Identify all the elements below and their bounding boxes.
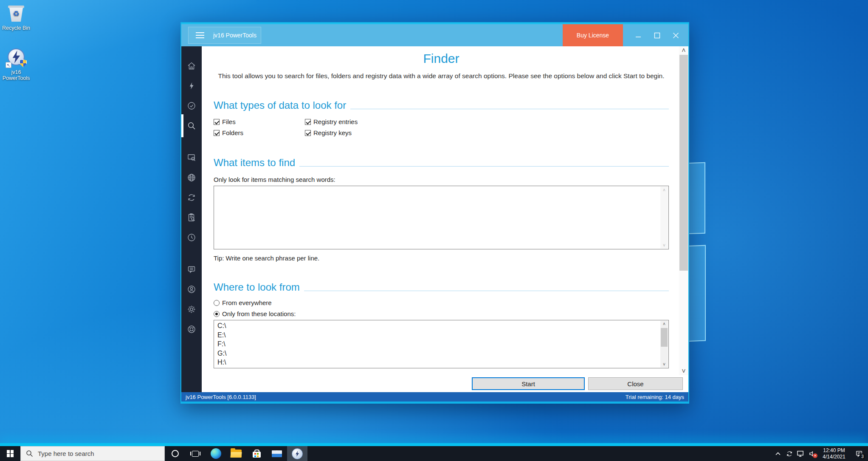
desktop-icon-label: Recycle Bin [0,25,32,31]
checkbox-registry-entries[interactable]: Registry entries [305,118,358,125]
list-item[interactable]: C:\ [217,321,660,331]
page-scrollbar[interactable]: ˄ ˅ [679,46,688,375]
list-item[interactable]: F:\ [217,339,660,349]
sidebar-item-history[interactable] [181,229,202,246]
taskbar-edge-button[interactable] [206,446,226,461]
jv16-app-icon: ↗ [6,48,26,68]
close-button-footer[interactable]: Close [588,377,683,390]
checkbox-folders[interactable]: Folders [214,129,305,136]
list-item[interactable]: E:\ [217,331,660,340]
edge-icon [211,448,221,459]
scrollbar-thumb[interactable] [679,55,688,271]
list-item[interactable]: G:\ [217,349,660,358]
maximize-button[interactable] [648,24,666,46]
checkbox-icon [214,119,220,125]
start-menu-button[interactable] [0,446,20,461]
sidebar-item-feedback[interactable] [181,261,202,278]
titlebar-drag-area[interactable] [261,24,563,46]
desktop: ♻ Recycle Bin ↗ jv16 PowerTools jv16 Pow… [0,0,868,461]
globe-icon [186,173,197,183]
section-types-heading: What types of data to look for [214,99,669,111]
taskbar-cortana-button[interactable] [165,446,185,461]
minimize-button[interactable] [629,24,648,46]
tray-action-center-button[interactable]: 3 [850,446,868,461]
task-view-icon [190,451,200,457]
tray-time-text: 12:40 PM [819,447,849,454]
desktop-icon-jv16[interactable]: ↗ jv16 PowerTools [0,48,32,81]
tray-network-button[interactable] [795,446,806,461]
tray-date-text: 4/14/2021 [819,454,849,460]
shortcut-arrow-icon: ↗ [6,62,11,68]
sidebar-item-finder[interactable] [181,117,202,134]
sidebar-item-software-finder[interactable] [181,149,202,166]
notification-badge: 3 [860,453,865,459]
home-icon [186,61,197,71]
taskbar-mail-button[interactable] [267,446,287,461]
tray-show-hidden-icons[interactable] [772,446,783,461]
scroll-up-icon[interactable]: ˄ [663,187,665,193]
jv16-icon [292,448,303,459]
sidebar-item-clean-and-fix[interactable] [181,77,202,94]
taskbar-store-button[interactable] [246,446,267,461]
section-items-heading: What items to find [214,157,669,169]
tray-sync-icon-button[interactable] [783,446,795,461]
buy-license-button[interactable]: Buy License [563,24,623,46]
listbox-scrollbar[interactable]: ˄ ˅ [660,321,668,368]
sidebar-item-home[interactable] [181,57,202,74]
section-where-heading: Where to look from [214,281,669,293]
window-controls [629,24,685,46]
search-placeholder: Type here to search [38,450,94,457]
mail-icon [272,450,282,457]
sidebar-item-tasks[interactable] [181,209,202,226]
textarea-scrollbar[interactable]: ˄ ˅ [660,187,668,249]
jv16-powertools-window: jv16 PowerTools Buy License [180,22,689,404]
search-icon [186,121,197,131]
sidebar-item-settings[interactable] [181,301,202,318]
radio-only-locations[interactable]: Only from these locations: [214,310,669,317]
menu-button[interactable] [196,32,204,38]
taskbar-jv16-button[interactable] [287,446,307,461]
scroll-down-icon[interactable]: ˅ [660,361,668,368]
start-button[interactable]: Start [472,377,585,390]
screen-search-icon [186,153,197,163]
system-tray: ✕ 12:40 PM 4/14/2021 3 [772,446,868,461]
title-box: jv16 PowerTools [188,27,261,44]
search-words-textarea[interactable]: ˄ ˅ [214,186,669,249]
close-button[interactable] [666,24,685,46]
scroll-up-icon[interactable]: ˄ [679,46,688,54]
taskbar-file-explorer-button[interactable] [226,446,246,461]
statusbar: jv16 PowerTools [6.0.0.1133] Trial remai… [181,392,688,402]
life-ring-icon [186,324,197,334]
desktop-icon-recycle-bin[interactable]: ♻ Recycle Bin [0,3,32,31]
sidebar [181,46,202,392]
scroll-up-icon[interactable]: ˄ [660,321,668,327]
finder-page: Finder This tool allows you to search fo… [202,46,679,375]
sidebar-item-internet[interactable] [181,169,202,186]
clipboard-search-icon [186,212,197,223]
tip-text: Tip: Write one search phrase per line. [214,255,669,262]
checkbox-files[interactable]: Files [214,118,305,125]
sidebar-item-verify[interactable] [181,97,202,114]
tray-clock[interactable]: 12:40 PM 4/14/2021 [818,447,850,460]
statusbar-trial: Trial remaining: 14 days [626,394,684,400]
scroll-down-icon[interactable]: ˅ [663,242,665,249]
sync-icon [786,450,793,458]
scrollbar-thumb[interactable] [661,328,668,347]
sidebar-item-refresh[interactable] [181,189,202,206]
sidebar-item-support[interactable] [181,321,202,338]
clock-icon [186,232,197,243]
store-icon [253,452,261,458]
page-description: This tool allows you to search for files… [214,72,669,80]
desktop-icon-label: jv16 PowerTools [0,69,32,81]
taskbar-task-view-button[interactable] [185,446,206,461]
locations-list: C:\ E:\ F:\ G:\ H:\ [217,321,660,368]
sidebar-item-account[interactable] [181,281,202,298]
scroll-down-icon[interactable]: ˅ [679,367,688,375]
radio-from-everywhere[interactable]: From everywhere [214,299,669,306]
checkbox-registry-keys[interactable]: Registry keys [305,129,358,136]
locations-listbox[interactable]: C:\ E:\ F:\ G:\ H:\ ˄ ˅ [214,320,669,368]
tray-volume-button[interactable]: ✕ [806,446,818,461]
list-item[interactable]: H:\ [217,358,660,367]
taskbar-search-input[interactable]: Type here to search [20,446,165,461]
search-words-value[interactable] [216,187,659,248]
